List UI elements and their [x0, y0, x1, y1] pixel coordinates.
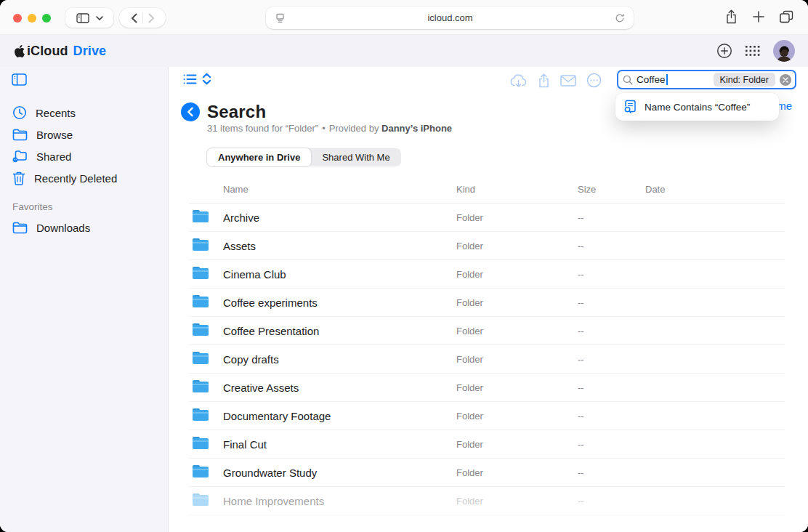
sidebar-item-recently-deleted[interactable]: Recently Deleted [0, 167, 168, 189]
row-icon-cell [189, 352, 223, 367]
sort-icon[interactable] [202, 73, 211, 85]
app-header: iCloud Drive [0, 35, 808, 67]
row-icon-cell [189, 210, 223, 225]
table-row[interactable]: Coffee experiments Folder -- [189, 289, 785, 317]
trash-icon [12, 171, 25, 185]
file-size: -- [578, 439, 645, 450]
new-tab-icon[interactable] [753, 11, 764, 23]
provided-by-text: Provided by [329, 123, 379, 134]
file-size: -- [578, 411, 645, 422]
sidebar-item-downloads[interactable]: Downloads [0, 217, 168, 238]
more-icon[interactable] [586, 73, 602, 88]
browser-toolbar: icloud.com [0, 0, 808, 35]
folder-icon [193, 465, 209, 477]
create-icon[interactable] [716, 43, 732, 59]
back-icon[interactable] [131, 13, 137, 23]
table-row[interactable]: Archive Folder -- [189, 203, 785, 232]
apple-logo-icon [15, 45, 25, 57]
search-icon [623, 75, 633, 85]
reload-icon[interactable] [615, 13, 625, 23]
item-actions [509, 73, 602, 88]
row-icon-cell [189, 465, 223, 480]
row-icon-cell [189, 295, 223, 310]
file-name: Coffee Presentation [223, 325, 456, 337]
folder-icon [193, 210, 209, 222]
sidebar-item-label: Shared [36, 150, 71, 163]
file-size: -- [578, 354, 645, 365]
folder-icon [193, 238, 209, 251]
row-icon-cell [189, 437, 223, 452]
clock-icon [12, 105, 27, 120]
safari-window: icloud.com [0, 0, 808, 532]
account-avatar[interactable] [773, 40, 795, 62]
file-name: Documentary Footage [223, 410, 456, 422]
cloud-download-icon[interactable] [509, 73, 528, 88]
table-row[interactable]: Documentary Footage Folder -- [189, 402, 785, 430]
folder-icon [12, 129, 28, 141]
mail-icon[interactable] [560, 75, 576, 86]
view-controls [183, 73, 211, 85]
navigation-buttons [119, 8, 166, 28]
page-header: Search [181, 102, 266, 122]
search-input[interactable]: Coffee Kind: Folder [617, 70, 796, 89]
sidebar-item-label: Recents [36, 107, 76, 119]
table-row[interactable]: Groundwater Study Folder -- [189, 459, 785, 487]
share-icon[interactable] [725, 9, 738, 24]
folder-icon [193, 323, 209, 336]
sidebar-item-browse[interactable]: Browse [0, 124, 168, 145]
file-kind: Folder [456, 496, 578, 507]
zoom-window-button[interactable] [42, 14, 51, 23]
minimize-window-button[interactable] [28, 14, 36, 23]
list-view-icon[interactable] [183, 73, 197, 85]
column-header-kind[interactable]: Kind [456, 184, 578, 195]
search-filter-token[interactable]: Kind: Folder [714, 73, 775, 86]
row-icon-cell [189, 380, 223, 395]
sidebar-toggle-button[interactable] [65, 8, 113, 28]
share-item-icon[interactable] [538, 73, 550, 88]
back-button[interactable] [181, 102, 200, 121]
apps-grid-icon[interactable] [746, 46, 760, 57]
sidebar-item-recents[interactable]: Recents [0, 102, 168, 124]
address-bar[interactable]: icloud.com [266, 7, 634, 29]
file-name: Cinema Club [223, 268, 456, 281]
file-kind: Folder [456, 354, 578, 365]
sidebar-item-label: Browse [36, 129, 73, 141]
column-header-size[interactable]: Size [578, 184, 645, 195]
page-settings-icon[interactable] [275, 13, 286, 23]
row-icon-cell [189, 323, 223, 339]
table-row[interactable]: Cinema Club Folder -- [189, 260, 785, 289]
file-kind: Folder [456, 467, 578, 478]
tab-anywhere-in-drive[interactable]: Anywhere in Drive [207, 148, 311, 166]
close-window-button[interactable] [13, 14, 22, 23]
sidebar-item-shared[interactable]: Shared [0, 145, 168, 167]
app-brand[interactable]: iCloud Drive [15, 44, 106, 59]
table-row[interactable]: Assets Folder -- [189, 232, 785, 260]
file-kind: Folder [456, 382, 578, 393]
file-kind: Folder [456, 212, 578, 223]
clear-search-icon[interactable] [780, 74, 791, 86]
tab-overview-icon[interactable] [780, 10, 793, 23]
table-row[interactable]: Creative Assets Folder -- [189, 374, 785, 402]
main-content: Coffee Kind: Folder me Name Contains “Co… [169, 67, 808, 532]
column-header-date[interactable]: Date [645, 184, 785, 195]
column-header-name[interactable]: Name [223, 184, 456, 195]
separator-dot: • [322, 123, 326, 134]
sidebar-icon [76, 13, 89, 23]
folder-icon [193, 352, 209, 364]
file-kind: Folder [456, 241, 578, 251]
file-size: -- [578, 382, 645, 393]
divider [142, 12, 143, 24]
table-row[interactable]: Home Improvements Folder -- [189, 487, 785, 515]
forward-icon[interactable] [148, 13, 155, 23]
screen: icloud.com [0, 0, 808, 532]
table-row[interactable]: Copy drafts Folder -- [189, 345, 785, 374]
file-kind: Folder [456, 439, 578, 450]
obscured-link[interactable]: me [777, 100, 792, 112]
tab-shared-with-me[interactable]: Shared With Me [311, 148, 400, 166]
file-name: Creative Assets [223, 382, 456, 394]
text-caret [666, 74, 668, 85]
sidebar-collapse-icon[interactable] [12, 73, 27, 86]
search-suggestion-popover[interactable]: Name Contains “Coffee” [615, 93, 779, 121]
table-row[interactable]: Final Cut Folder -- [189, 430, 785, 459]
table-row[interactable]: Coffee Presentation Folder -- [189, 317, 785, 345]
